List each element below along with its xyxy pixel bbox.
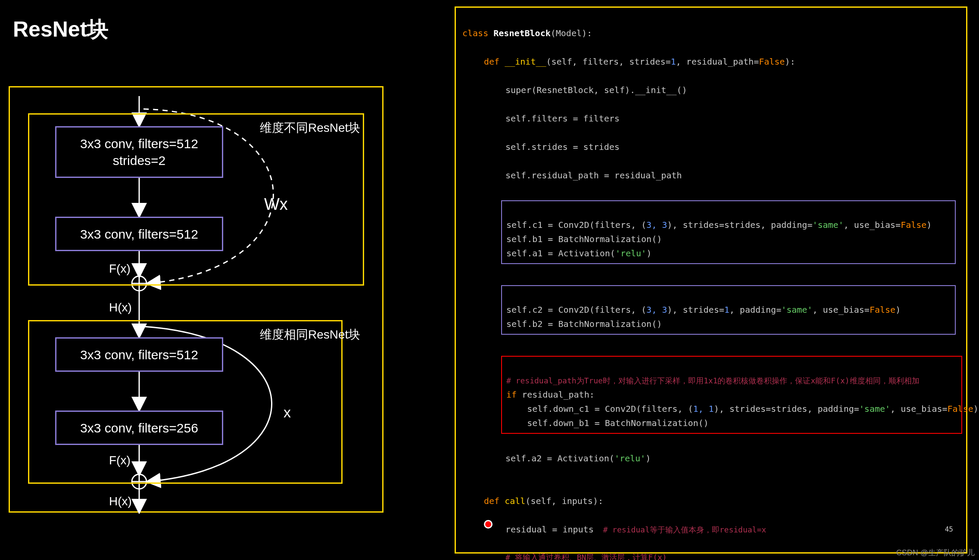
- conv-box-4: 3x3 conv, filters=256: [55, 411, 223, 445]
- fn-call: call: [505, 496, 525, 506]
- fwd-cmt: # 将输入通过卷积、BN层、激活层，计算F(x): [462, 551, 960, 560]
- if-respath: if: [506, 389, 517, 400]
- conv-block-1: self.c1 = Conv2D(filters, (3, 3), stride…: [501, 200, 956, 264]
- respath-comment: # residual_path为True时，对输入进行下采样，即用1x1的卷积核…: [506, 376, 920, 385]
- fn-init: __init__: [505, 56, 546, 67]
- a2-s: 'relu': [614, 453, 645, 464]
- dc1-c: , use_bias=: [890, 404, 947, 414]
- wx-label: Wx: [264, 195, 288, 214]
- dc1-s: 'same': [859, 404, 890, 414]
- residual-assign: residual = inputs: [505, 524, 594, 535]
- a2-e: ): [645, 453, 651, 464]
- c1-f: False: [901, 220, 926, 230]
- kw-class: class: [462, 28, 488, 38]
- dc1-f: False: [948, 404, 973, 414]
- init-false: False: [759, 56, 785, 67]
- dc1-n: 1, 1: [693, 404, 714, 414]
- strides-line: self.strides = strides: [462, 140, 960, 154]
- dc1-b: ), strides=strides, padding=: [714, 404, 859, 414]
- c1-b: ), strides=strides, padding=: [667, 220, 812, 230]
- c2-e: ): [895, 305, 901, 315]
- class-base: (Model):: [551, 28, 592, 38]
- b2-line: self.b2 = BatchNormalization(): [506, 319, 662, 329]
- filters-line: self.filters = filters: [462, 112, 960, 126]
- dc1-e: ): [973, 404, 979, 414]
- conv-box-1-line1: 3x3 conv, filters=512: [80, 135, 198, 152]
- c2-f: False: [870, 305, 895, 315]
- c2-o: 1: [724, 305, 730, 315]
- b1-line: self.b1 = BatchNormalization(): [506, 234, 662, 244]
- super-line: super(ResnetBlock, self).__init__(): [462, 83, 960, 97]
- residual-cmt: # residual等于输入值本身，即residual=x: [594, 525, 766, 534]
- c1-n: 3, 3: [646, 220, 667, 230]
- code-panel: class ResnetBlock(Model): def __init__(s…: [455, 6, 967, 554]
- conv-box-2: 3x3 conv, filters=512: [55, 217, 223, 251]
- class-name: ResnetBlock: [493, 28, 550, 38]
- if-cond: residual_path:: [517, 389, 595, 400]
- page-title: ResNet块: [13, 15, 109, 44]
- conv-box-1: 3x3 conv, filters=512 strides=2: [55, 126, 223, 178]
- c1-s: 'same': [812, 220, 843, 230]
- a1-s: 'relu': [615, 248, 646, 258]
- respath-line: self.residual_path = residual_path: [462, 168, 960, 183]
- call-sig: (self, inputs):: [525, 496, 603, 506]
- breakpoint-icon: [484, 520, 493, 529]
- c1-c: , use_bias=: [844, 220, 901, 230]
- c1-a: self.c1 = Conv2D(filters, (: [506, 220, 646, 230]
- hx-label-1: H(x): [109, 301, 132, 314]
- c2-d: , use_bias=: [812, 305, 869, 315]
- c2-s: 'same': [781, 305, 812, 315]
- a1-a: self.a1 = Activation(: [506, 248, 615, 258]
- block1-label: 维度不同ResNet块: [260, 120, 360, 136]
- c2-c: , padding=: [730, 305, 781, 315]
- x-label: x: [284, 404, 291, 421]
- watermark: CSDN @生产队的驴儿: [896, 548, 975, 558]
- page-number: 45: [945, 524, 953, 535]
- fx-label-1: F(x): [109, 262, 131, 276]
- c1-e: ): [926, 220, 932, 230]
- diagram-container: 3x3 conv, filters=512 strides=2 3x3 conv…: [9, 86, 383, 513]
- init-end: ):: [785, 56, 795, 67]
- init-sig-1: (self, filters, strides=: [546, 56, 671, 67]
- c2-b: ), strides=: [667, 305, 724, 315]
- fx-label-2: F(x): [109, 454, 131, 467]
- db1-line: self.down_b1 = BatchNormalization(): [527, 418, 708, 428]
- conv-block-2: self.c2 = Conv2D(filters, (3, 3), stride…: [501, 285, 956, 335]
- init-sig-2: , residual_path=: [676, 56, 759, 67]
- block2-label: 维度相同ResNet块: [260, 327, 360, 343]
- kw-def-init: def: [484, 56, 499, 67]
- conv-box-3: 3x3 conv, filters=512: [55, 337, 223, 372]
- dc1-a: self.down_c1 = Conv2D(filters, (: [527, 404, 693, 414]
- c2-a: self.c2 = Conv2D(filters, (: [506, 305, 646, 315]
- conv-box-1-line2: strides=2: [113, 152, 166, 169]
- c2-n: 3, 3: [646, 305, 667, 315]
- init-one: 1: [670, 56, 676, 67]
- a2-a: self.a2 = Activation(: [505, 453, 614, 464]
- residual-path-block: # residual_path为True时，对输入进行下采样，即用1x1的卷积核…: [501, 356, 962, 434]
- hx-label-2: H(x): [109, 495, 132, 508]
- kw-def-call: def: [484, 496, 499, 506]
- a1-e: ): [646, 248, 652, 258]
